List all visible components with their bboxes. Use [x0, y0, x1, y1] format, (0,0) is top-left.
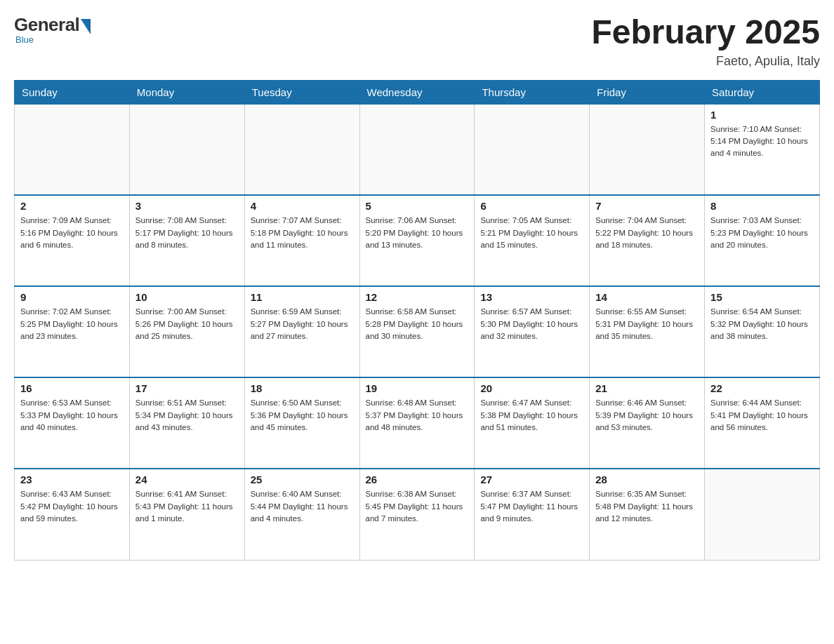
page-header: General Blue February 2025 Faeto, Apulia…	[14, 14, 820, 69]
day-cell: 2Sunrise: 7:09 AM Sunset: 5:16 PM Daylig…	[15, 195, 130, 286]
day-cell	[129, 104, 244, 195]
day-cell: 1Sunrise: 7:10 AM Sunset: 5:14 PM Daylig…	[705, 104, 820, 195]
day-info: Sunrise: 6:58 AM Sunset: 5:28 PM Dayligh…	[366, 306, 469, 342]
weekday-header-thursday: Thursday	[475, 80, 590, 104]
day-info: Sunrise: 6:55 AM Sunset: 5:31 PM Dayligh…	[595, 306, 699, 342]
day-number: 8	[710, 200, 814, 212]
day-cell: 18Sunrise: 6:50 AM Sunset: 5:36 PM Dayli…	[244, 377, 359, 469]
day-info: Sunrise: 6:37 AM Sunset: 5:47 PM Dayligh…	[480, 488, 583, 525]
day-cell: 7Sunrise: 7:04 AM Sunset: 5:22 PM Daylig…	[590, 195, 705, 286]
day-number: 11	[251, 291, 354, 303]
day-cell	[244, 104, 359, 195]
calendar-table: SundayMondayTuesdayWednesdayThursdayFrid…	[14, 80, 820, 561]
day-number: 28	[595, 474, 699, 485]
day-cell: 17Sunrise: 6:51 AM Sunset: 5:34 PM Dayli…	[129, 377, 244, 469]
day-info: Sunrise: 7:04 AM Sunset: 5:22 PM Dayligh…	[595, 215, 699, 251]
weekday-header-row: SundayMondayTuesdayWednesdayThursdayFrid…	[15, 80, 820, 104]
day-cell: 11Sunrise: 6:59 AM Sunset: 5:27 PM Dayli…	[244, 286, 359, 377]
day-cell: 25Sunrise: 6:40 AM Sunset: 5:44 PM Dayli…	[244, 469, 359, 560]
day-cell: 10Sunrise: 7:00 AM Sunset: 5:26 PM Dayli…	[129, 286, 244, 377]
day-cell	[15, 104, 130, 195]
week-row-2: 2Sunrise: 7:09 AM Sunset: 5:16 PM Daylig…	[15, 195, 820, 286]
day-number: 10	[135, 291, 239, 303]
day-info: Sunrise: 6:40 AM Sunset: 5:44 PM Dayligh…	[251, 488, 354, 525]
day-number: 23	[20, 474, 124, 485]
weekday-header-tuesday: Tuesday	[244, 80, 359, 104]
day-cell: 24Sunrise: 6:41 AM Sunset: 5:43 PM Dayli…	[129, 469, 244, 560]
day-number: 13	[480, 291, 583, 303]
day-number: 20	[480, 382, 583, 394]
day-info: Sunrise: 6:44 AM Sunset: 5:41 PM Dayligh…	[710, 397, 814, 434]
day-number: 21	[595, 382, 699, 394]
week-row-5: 23Sunrise: 6:43 AM Sunset: 5:42 PM Dayli…	[15, 469, 820, 560]
title-section: February 2025 Faeto, Apulia, Italy	[591, 14, 820, 69]
weekday-header-monday: Monday	[129, 80, 244, 104]
day-number: 7	[595, 200, 699, 212]
day-cell	[359, 104, 475, 195]
day-number: 16	[20, 382, 124, 394]
day-info: Sunrise: 6:38 AM Sunset: 5:45 PM Dayligh…	[366, 488, 469, 525]
day-info: Sunrise: 7:00 AM Sunset: 5:26 PM Dayligh…	[135, 306, 239, 342]
week-row-1: 1Sunrise: 7:10 AM Sunset: 5:14 PM Daylig…	[15, 104, 820, 195]
day-cell: 12Sunrise: 6:58 AM Sunset: 5:28 PM Dayli…	[359, 286, 475, 377]
weekday-header-friday: Friday	[590, 80, 705, 104]
day-cell: 20Sunrise: 6:47 AM Sunset: 5:38 PM Dayli…	[475, 377, 590, 469]
day-cell: 5Sunrise: 7:06 AM Sunset: 5:20 PM Daylig…	[359, 195, 475, 286]
day-info: Sunrise: 6:48 AM Sunset: 5:37 PM Dayligh…	[366, 397, 469, 434]
day-number: 25	[251, 474, 354, 485]
day-number: 27	[480, 474, 583, 485]
day-cell	[590, 104, 705, 195]
day-cell: 26Sunrise: 6:38 AM Sunset: 5:45 PM Dayli…	[359, 469, 475, 560]
day-number: 12	[366, 291, 469, 303]
day-info: Sunrise: 6:35 AM Sunset: 5:48 PM Dayligh…	[595, 488, 699, 525]
day-number: 24	[135, 474, 239, 485]
day-info: Sunrise: 6:57 AM Sunset: 5:30 PM Dayligh…	[480, 306, 583, 342]
day-cell: 9Sunrise: 7:02 AM Sunset: 5:25 PM Daylig…	[15, 286, 130, 377]
day-number: 17	[135, 382, 239, 394]
day-info: Sunrise: 7:05 AM Sunset: 5:21 PM Dayligh…	[480, 215, 583, 251]
day-number: 14	[595, 291, 699, 303]
day-cell: 27Sunrise: 6:37 AM Sunset: 5:47 PM Dayli…	[475, 469, 590, 560]
day-info: Sunrise: 6:51 AM Sunset: 5:34 PM Dayligh…	[135, 397, 239, 434]
weekday-header-sunday: Sunday	[15, 80, 130, 104]
day-number: 19	[366, 382, 469, 394]
logo-arrow-icon	[81, 19, 91, 34]
day-info: Sunrise: 7:09 AM Sunset: 5:16 PM Dayligh…	[20, 215, 124, 251]
day-info: Sunrise: 6:59 AM Sunset: 5:27 PM Dayligh…	[251, 306, 354, 342]
day-cell: 14Sunrise: 6:55 AM Sunset: 5:31 PM Dayli…	[590, 286, 705, 377]
day-number: 9	[20, 291, 124, 303]
logo-general-text: General	[14, 14, 79, 36]
day-info: Sunrise: 7:10 AM Sunset: 5:14 PM Dayligh…	[710, 123, 814, 160]
week-row-4: 16Sunrise: 6:53 AM Sunset: 5:33 PM Dayli…	[15, 377, 820, 469]
day-number: 3	[135, 200, 239, 212]
week-row-3: 9Sunrise: 7:02 AM Sunset: 5:25 PM Daylig…	[15, 286, 820, 377]
day-info: Sunrise: 6:50 AM Sunset: 5:36 PM Dayligh…	[251, 397, 354, 434]
day-info: Sunrise: 6:47 AM Sunset: 5:38 PM Dayligh…	[480, 397, 583, 434]
weekday-header-wednesday: Wednesday	[359, 80, 475, 104]
day-info: Sunrise: 7:02 AM Sunset: 5:25 PM Dayligh…	[20, 306, 124, 342]
weekday-header-saturday: Saturday	[705, 80, 820, 104]
day-cell: 16Sunrise: 6:53 AM Sunset: 5:33 PM Dayli…	[15, 377, 130, 469]
day-number: 18	[251, 382, 354, 394]
day-info: Sunrise: 6:54 AM Sunset: 5:32 PM Dayligh…	[710, 306, 814, 342]
day-info: Sunrise: 7:07 AM Sunset: 5:18 PM Dayligh…	[251, 215, 354, 251]
day-info: Sunrise: 7:03 AM Sunset: 5:23 PM Dayligh…	[710, 215, 814, 251]
day-cell: 6Sunrise: 7:05 AM Sunset: 5:21 PM Daylig…	[475, 195, 590, 286]
day-cell: 28Sunrise: 6:35 AM Sunset: 5:48 PM Dayli…	[590, 469, 705, 560]
logo-blue-text: Blue	[15, 34, 34, 45]
day-info: Sunrise: 6:53 AM Sunset: 5:33 PM Dayligh…	[20, 397, 124, 434]
day-number: 15	[710, 291, 814, 303]
day-cell: 3Sunrise: 7:08 AM Sunset: 5:17 PM Daylig…	[129, 195, 244, 286]
day-number: 2	[20, 200, 124, 212]
day-number: 4	[251, 200, 354, 212]
day-info: Sunrise: 7:08 AM Sunset: 5:17 PM Dayligh…	[135, 215, 239, 251]
day-cell: 4Sunrise: 7:07 AM Sunset: 5:18 PM Daylig…	[244, 195, 359, 286]
day-number: 22	[710, 382, 814, 394]
logo: General Blue	[14, 14, 91, 45]
day-info: Sunrise: 6:46 AM Sunset: 5:39 PM Dayligh…	[595, 397, 699, 434]
day-number: 5	[366, 200, 469, 212]
day-cell: 19Sunrise: 6:48 AM Sunset: 5:37 PM Dayli…	[359, 377, 475, 469]
day-number: 1	[710, 109, 814, 121]
day-info: Sunrise: 6:41 AM Sunset: 5:43 PM Dayligh…	[135, 488, 239, 525]
day-cell	[475, 104, 590, 195]
